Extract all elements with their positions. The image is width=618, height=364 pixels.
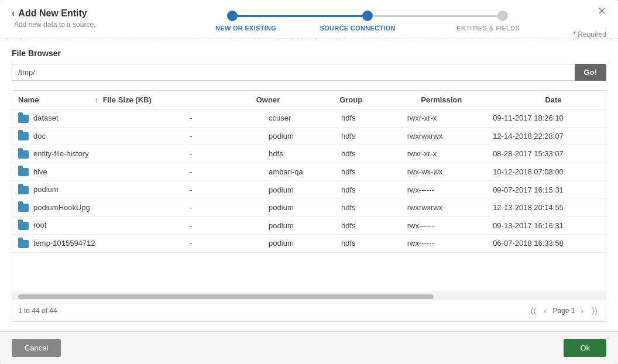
cell-owner: ccuser	[263, 109, 335, 127]
file-table-body: dataset - ccuser hdfs rwxr-xr-x 09-11-20…	[12, 109, 606, 253]
cell-group: hdfs	[335, 198, 401, 217]
last-page-button[interactable]: ⟩⟩	[589, 305, 600, 317]
cell-owner: podium	[263, 127, 335, 145]
cell-filesize: -	[184, 145, 263, 163]
folder-icon	[18, 240, 29, 248]
page-label: Page 1	[552, 307, 575, 315]
cancel-button[interactable]: Cancel	[12, 339, 61, 357]
cell-permission: rwxrwxrwx	[401, 127, 487, 145]
back-button[interactable]: ‹ Add New Entity	[12, 8, 87, 19]
sort-icon: ↑	[95, 95, 99, 104]
col-permission: Permission	[415, 91, 539, 109]
cell-date: 09-11-2017 18:26:10	[487, 109, 606, 127]
dialog: ‹ Add New Entity Add new data to a sourc…	[0, 0, 618, 364]
cell-owner: ambari-qa	[263, 163, 335, 181]
horizontal-scrollbar[interactable]	[12, 293, 606, 300]
stepper: NEW OR EXISTING SOURCE CONNECTION ENTITI…	[129, 8, 606, 32]
table-row[interactable]: podium - podium hdfs rwx------ 09-07-201…	[12, 181, 606, 199]
cell-date: 12-14-2018 22:28:07	[487, 127, 606, 145]
path-row: Go!	[12, 64, 606, 81]
cell-permission: rwxr-xr-x	[401, 145, 487, 163]
step-circle-3	[497, 11, 508, 21]
prev-page-button[interactable]: ‹	[542, 305, 550, 317]
page-controls: ⟨⟨ ‹ Page 1 › ⟩⟩	[528, 305, 600, 317]
table-row[interactable]: doc - podium hdfs rwxrwxrwx 12-14-2018 2…	[12, 127, 606, 145]
table-body: dataset - ccuser hdfs rwxr-xr-x 09-11-20…	[12, 109, 606, 252]
col-name: Name	[12, 91, 89, 109]
folder-icon	[18, 150, 29, 159]
cell-date: 09-07-2017 16:15:31	[487, 181, 606, 199]
dialog-subtitle: Add new data to a source.	[14, 20, 129, 29]
pagination: 1 to 44 of 44 ⟨⟨ ‹ Page 1 › ⟩⟩	[12, 300, 606, 321]
body: File Browser Go! Name ↑ File Size (KB	[0, 39, 618, 331]
step-label-1: NEW OR EXISTING	[215, 25, 276, 32]
back-icon: ‹	[12, 8, 15, 19]
step-line-1	[238, 15, 362, 17]
cell-date: 06-07-2018 16:33:58	[487, 234, 606, 252]
cell-name: doc	[12, 127, 184, 145]
folder-icon	[18, 222, 29, 230]
step-label-3: ENTITIES & FIELDS	[456, 25, 520, 32]
close-button[interactable]: ✕	[598, 6, 606, 16]
cell-permission: rwxrwxrwx	[401, 198, 487, 217]
table-scroll[interactable]: dataset - ccuser hdfs rwxr-xr-x 09-11-20…	[12, 109, 606, 293]
table-row[interactable]: root - podium hdfs rwx------ 09-13-2017 …	[12, 217, 606, 235]
cell-filesize: -	[184, 234, 263, 252]
dialog-title: Add New Entity	[18, 8, 87, 19]
header-left: ‹ Add New Entity Add new data to a sourc…	[12, 8, 129, 29]
cell-group: hdfs	[335, 145, 401, 163]
cell-group: hdfs	[335, 234, 401, 252]
table-row[interactable]: entity-file-history - hdfs hdfs rwxr-xr-…	[12, 145, 606, 163]
next-page-button[interactable]: ›	[578, 305, 586, 317]
cell-group: hdfs	[335, 127, 401, 145]
cell-owner: podium	[263, 234, 335, 252]
cell-name: temp-1015594712	[12, 234, 184, 252]
pagination-summary: 1 to 44 of 44	[18, 307, 57, 315]
go-button[interactable]: Go!	[575, 64, 606, 81]
required-star: *	[573, 30, 576, 39]
cell-date: 10-12-2018 07:08:00	[487, 163, 606, 181]
header: ‹ Add New Entity Add new data to a sourc…	[0, 0, 618, 39]
path-input[interactable]	[12, 64, 575, 81]
col-group: Group	[334, 91, 415, 109]
first-page-button[interactable]: ⟨⟨	[528, 305, 538, 317]
table-row[interactable]: temp-1015594712 - podium hdfs rwx------ …	[12, 234, 606, 252]
stepper-labels: NEW OR EXISTING SOURCE CONNECTION ENTITI…	[227, 25, 508, 32]
required-note: * Required	[573, 30, 606, 39]
folder-icon	[18, 168, 29, 176]
cell-name: entity-file-history	[12, 145, 184, 163]
cell-date: 09-13-2017 16:16:31	[487, 217, 606, 235]
folder-icon	[18, 186, 29, 194]
footer: Cancel Ok	[0, 331, 618, 364]
col-filesize[interactable]: ↑ File Size (KB)	[89, 91, 250, 109]
cell-owner: podium	[263, 198, 335, 217]
cell-filesize: -	[184, 109, 263, 127]
table-header-row: Name ↑ File Size (KB) Owner Group Permis…	[12, 91, 606, 109]
cell-group: hdfs	[335, 181, 401, 199]
folder-icon	[18, 204, 29, 212]
col-date: Date	[539, 91, 606, 109]
cell-name: hive	[12, 163, 184, 181]
ok-button[interactable]: Ok	[564, 339, 606, 357]
stepper-track	[227, 11, 508, 21]
cell-owner: hdfs	[263, 145, 335, 163]
cell-owner: podium	[263, 181, 335, 199]
table-row[interactable]: dataset - ccuser hdfs rwxr-xr-x 09-11-20…	[12, 109, 606, 127]
file-table-wrapper: Name ↑ File Size (KB) Owner Group Permis…	[12, 90, 606, 322]
cell-filesize: -	[184, 181, 263, 199]
cell-name: podium	[12, 181, 184, 199]
step-circle-2	[362, 11, 373, 21]
cell-filesize: -	[184, 163, 263, 181]
table-row[interactable]: hive - ambari-qa hdfs rwx-wx-wx 10-12-20…	[12, 163, 606, 181]
cell-permission: rwx------	[401, 181, 487, 199]
cell-permission: rwx-wx-wx	[401, 163, 487, 181]
step-line-2	[373, 15, 497, 17]
cell-permission: rwx------	[401, 234, 487, 252]
cell-filesize: -	[184, 217, 263, 235]
cell-group: hdfs	[335, 217, 401, 235]
file-table: Name ↑ File Size (KB) Owner Group Permis…	[12, 91, 606, 109]
cell-permission: rwx------	[401, 217, 487, 235]
step-label-2: SOURCE CONNECTION	[320, 25, 396, 32]
table-row[interactable]: podiumHookUpg - podium hdfs rwxrwxrwx 12…	[12, 198, 606, 217]
cell-group: hdfs	[335, 163, 401, 181]
